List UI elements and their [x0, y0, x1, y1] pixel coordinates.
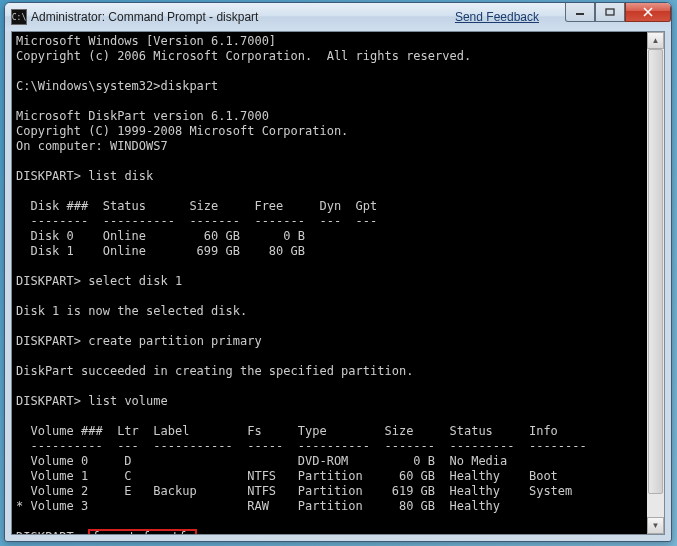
disk-table-header: Disk ### Status Size Free Dyn Gpt [16, 199, 377, 213]
disk-row: Disk 1 Online 699 GB 80 GB [16, 244, 305, 258]
cmd-list-disk: list disk [88, 169, 153, 183]
scroll-down-button[interactable]: ▼ [647, 517, 664, 534]
volume-row: Volume 2 E Backup NTFS Partition 619 GB … [16, 484, 572, 498]
diskpart-prompt: DISKPART> [16, 394, 81, 408]
diskpart-prompt: DISKPART> [16, 530, 81, 534]
titlebar[interactable]: C:\ Administrator: Command Prompt - disk… [5, 3, 671, 31]
window-controls [565, 2, 671, 22]
cmd-create-partition: create partition primary [88, 334, 261, 348]
volume-row: Volume 0 D DVD-ROM 0 B No Media [16, 454, 507, 468]
volume-row: * Volume 3 RAW Partition 80 GB Healthy [16, 499, 500, 513]
cmd-format-highlighted: format fs=ntfs [88, 529, 197, 534]
window-title: Administrator: Command Prompt - diskpart [31, 10, 258, 24]
diskpart-copyright: Copyright (C) 1999-2008 Microsoft Corpor… [16, 124, 348, 138]
console-output[interactable]: Microsoft Windows [Version 6.1.7000] Cop… [12, 32, 647, 534]
disk-table-divider: -------- ---------- ------- ------- --- … [16, 214, 377, 228]
diskpart-prompt: DISKPART> [16, 169, 81, 183]
maximize-button[interactable] [595, 2, 625, 22]
diskpart-computer: On computer: WINDOWS7 [16, 139, 168, 153]
select-disk-result: Disk 1 is now the selected disk. [16, 304, 247, 318]
cmd-select-disk: select disk 1 [88, 274, 182, 288]
scrollbar-thumb[interactable] [648, 49, 663, 494]
cmd-diskpart: diskpart [161, 79, 219, 93]
svg-rect-1 [606, 9, 614, 15]
disk-row: Disk 0 Online 60 GB 0 B [16, 229, 305, 243]
console-frame: Microsoft Windows [Version 6.1.7000] Cop… [11, 31, 665, 535]
diskpart-version: Microsoft DiskPart version 6.1.7000 [16, 109, 269, 123]
scroll-up-button[interactable]: ▲ [647, 32, 664, 49]
diskpart-prompt: DISKPART> [16, 274, 81, 288]
shell-prompt: C:\Windows\system32> [16, 79, 161, 93]
cmd-list-volume: list volume [88, 394, 167, 408]
os-copyright-line: Copyright (c) 2006 Microsoft Corporation… [16, 49, 471, 63]
diskpart-prompt: DISKPART> [16, 334, 81, 348]
minimize-button[interactable] [565, 2, 595, 22]
send-feedback-link[interactable]: Send Feedback [455, 10, 539, 24]
create-partition-result: DiskPart succeeded in creating the speci… [16, 364, 413, 378]
command-prompt-window: C:\ Administrator: Command Prompt - disk… [4, 2, 672, 542]
vertical-scrollbar[interactable]: ▲ ▼ [647, 32, 664, 534]
cmd-icon: C:\ [11, 9, 27, 25]
volume-row: Volume 1 C NTFS Partition 60 GB Healthy … [16, 469, 558, 483]
close-button[interactable] [625, 2, 671, 22]
volume-table-divider: ---------- --- ----------- ----- -------… [16, 439, 587, 453]
os-version-line: Microsoft Windows [Version 6.1.7000] [16, 34, 276, 48]
scrollbar-track[interactable] [647, 49, 664, 517]
svg-rect-0 [576, 13, 584, 15]
volume-table-header: Volume ### Ltr Label Fs Type Size Status… [16, 424, 558, 438]
